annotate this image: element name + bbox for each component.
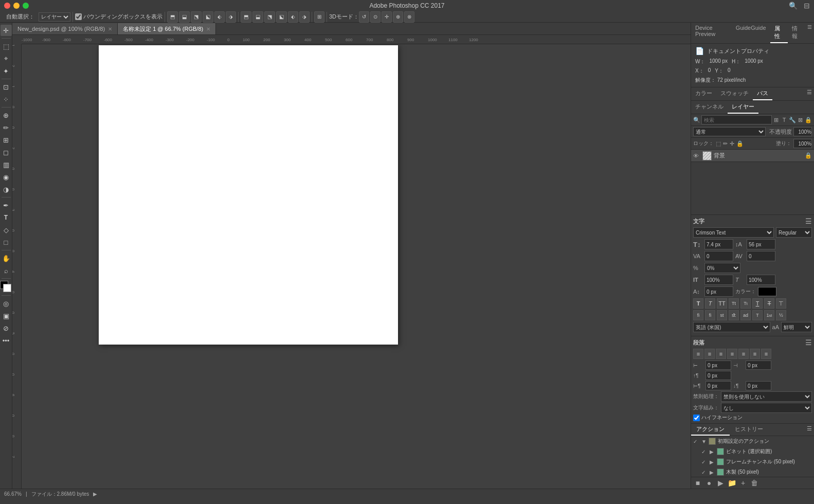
- justification-select[interactable]: 禁則を使用しない: [721, 391, 812, 402]
- background-color[interactable]: [3, 284, 11, 292]
- ot-superior[interactable]: 1st: [764, 310, 774, 320]
- tracking-input[interactable]: [747, 251, 775, 261]
- tool-3d[interactable]: ⊘: [1, 322, 12, 334]
- tab-paths[interactable]: パス: [753, 87, 772, 100]
- lock-transparent-icon[interactable]: ⬚: [716, 140, 721, 147]
- minimize-button[interactable]: [13, 3, 20, 9]
- hyphenation-checkbox[interactable]: [693, 415, 700, 421]
- 3d-tool-5[interactable]: ⊗: [404, 11, 414, 23]
- align-left-btn[interactable]: ≡: [693, 349, 703, 359]
- style-underline[interactable]: T: [752, 298, 763, 309]
- style-super[interactable]: Tt: [740, 298, 751, 309]
- lock-pixels-icon[interactable]: ✏: [723, 140, 728, 147]
- tab-properties[interactable]: 属性: [770, 23, 788, 43]
- style-frac[interactable]: ⊤: [776, 298, 786, 309]
- dist-vcenter[interactable]: ⬓: [252, 11, 263, 23]
- hyphenation-label[interactable]: ハイフネーション: [693, 414, 812, 421]
- space-before-input[interactable]: [706, 371, 731, 380]
- new-action-btn[interactable]: +: [738, 478, 748, 488]
- record-btn[interactable]: ●: [704, 478, 714, 488]
- indent-right-input[interactable]: [746, 361, 771, 370]
- tab-swatches[interactable]: スウォッチ: [716, 87, 753, 100]
- tool-zoom[interactable]: ⌕: [1, 265, 12, 276]
- tool-select-rect[interactable]: ⬚: [1, 41, 12, 52]
- hscale-input[interactable]: [747, 275, 775, 285]
- justify-center-btn[interactable]: ≡: [738, 349, 749, 359]
- layer-item[interactable]: 👁 背景 🔒: [691, 150, 814, 162]
- dist-hcenter[interactable]: ⬖: [288, 11, 298, 23]
- opacity-input[interactable]: [793, 127, 812, 136]
- align-right-btn[interactable]: ≡: [716, 349, 726, 359]
- kerning-input[interactable]: [704, 251, 733, 261]
- align-hcenter[interactable]: ⬖: [214, 11, 225, 23]
- tool-stamp[interactable]: ⊞: [1, 134, 12, 146]
- language-select[interactable]: 英語 (米国): [693, 322, 770, 332]
- ot-swash[interactable]: st: [717, 310, 727, 320]
- indent-first-input[interactable]: [706, 381, 731, 390]
- auto-select-dropdown[interactable]: レイヤー: [39, 12, 70, 22]
- layers-icon-5[interactable]: 🔒: [805, 115, 812, 124]
- panel-menu-icon[interactable]: ☰: [805, 23, 814, 43]
- tool-more[interactable]: •••: [1, 335, 12, 346]
- ot-ligatures[interactable]: fi: [693, 310, 703, 320]
- style-smallcaps[interactable]: Tt: [729, 298, 739, 309]
- dist-top[interactable]: ⬒: [241, 11, 251, 23]
- 3d-tool-4[interactable]: ⊕: [393, 11, 403, 23]
- menu-item[interactable]: 自動選択：: [2, 11, 39, 23]
- align-top[interactable]: ⬒: [167, 11, 178, 23]
- tab-close-icon[interactable]: ✕: [108, 26, 112, 32]
- color-swatches[interactable]: [0, 281, 12, 293]
- fill-input[interactable]: [793, 139, 812, 148]
- bounding-box-checkbox[interactable]: [75, 13, 82, 20]
- blend-mode-select[interactable]: 通常: [693, 127, 766, 136]
- tab-untitled[interactable]: 名称未設定 1 @ 66.7% (RGB/8) ✕: [118, 23, 216, 34]
- stop-btn[interactable]: ■: [693, 478, 702, 488]
- tab-device-preview[interactable]: Device Preview: [691, 23, 732, 43]
- align-right[interactable]: ⬗: [226, 11, 236, 23]
- tab-new-design[interactable]: New_design.psd @ 100% (RGB/8) ✕: [12, 23, 118, 34]
- char-panel-menu[interactable]: ☰: [805, 217, 812, 225]
- tool-dodge[interactable]: ◑: [1, 184, 12, 195]
- font-size-input[interactable]: [704, 239, 733, 249]
- tool-path-select[interactable]: ◇: [1, 224, 12, 236]
- layers-icon-1[interactable]: ⊞: [773, 115, 780, 124]
- ot-ordinal[interactable]: T: [752, 310, 763, 320]
- 3d-tool-3[interactable]: ✛: [382, 11, 392, 23]
- tab-close-active-icon[interactable]: ✕: [206, 26, 210, 32]
- fullscreen-button[interactable]: [23, 3, 29, 9]
- tool-lasso[interactable]: ⌖: [1, 53, 12, 64]
- tool-text[interactable]: T: [1, 212, 12, 223]
- dist-left[interactable]: ⬕: [276, 11, 287, 23]
- tool-eraser[interactable]: ◻: [1, 147, 12, 158]
- space-after-input[interactable]: [746, 381, 771, 390]
- dist-right[interactable]: ⬗: [299, 11, 310, 23]
- ot-contextual[interactable]: ad: [740, 310, 751, 320]
- action-item-folder[interactable]: ✓ ▼ 初期設定のアクション: [691, 436, 814, 446]
- lock-all-icon[interactable]: 🔒: [736, 140, 744, 147]
- tool-quick-mask[interactable]: ◎: [1, 298, 12, 309]
- tool-gradient[interactable]: ▥: [1, 159, 12, 170]
- ot-titling[interactable]: ﬆ: [729, 310, 739, 320]
- indent-left-input[interactable]: [706, 361, 731, 370]
- play-btn[interactable]: ▶: [716, 478, 725, 488]
- composer-select[interactable]: なし: [721, 403, 812, 413]
- tool-blur[interactable]: ◉: [1, 171, 12, 183]
- history-tab[interactable]: ヒストリー: [730, 424, 768, 436]
- leading-input[interactable]: [747, 239, 775, 249]
- baseline-input[interactable]: [704, 286, 733, 297]
- layers-icon-2[interactable]: T: [781, 115, 787, 124]
- layers-icon-4[interactable]: ⊠: [797, 115, 804, 124]
- lock-position-icon[interactable]: ✛: [730, 140, 734, 147]
- text-color-swatch[interactable]: [758, 287, 776, 296]
- layers-icon-3[interactable]: 🔧: [789, 115, 796, 124]
- para-panel-menu[interactable]: ☰: [805, 338, 812, 347]
- tool-crop[interactable]: ⊡: [1, 81, 12, 93]
- align-bottom[interactable]: ⬔: [191, 11, 202, 23]
- tool-screen-mode[interactable]: ▣: [1, 310, 12, 321]
- style-bold[interactable]: T: [693, 298, 703, 309]
- style-allcaps[interactable]: TT: [717, 298, 727, 309]
- tab-color[interactable]: カラー: [691, 87, 716, 100]
- ot-fraction[interactable]: ½: [776, 310, 786, 320]
- close-button[interactable]: [4, 3, 10, 9]
- font-style-select[interactable]: Regular: [776, 227, 812, 238]
